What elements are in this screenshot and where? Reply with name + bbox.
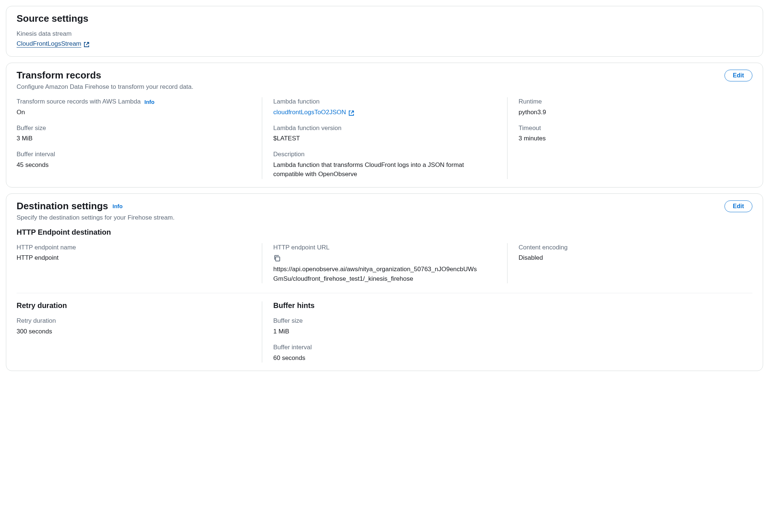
transform-records-description: Configure Amazon Data Firehose to transf…	[17, 83, 193, 91]
kinesis-stream-label: Kinesis data stream	[17, 29, 752, 38]
lambda-fn-link-text: cloudfrontLogsToO2JSON	[273, 108, 346, 117]
retry-col: Retry duration Retry duration 300 second…	[17, 301, 262, 363]
content-encoding-value: Disabled	[519, 253, 741, 263]
kinesis-stream-link-text: CloudFrontLogsStream	[17, 39, 81, 49]
endpoint-url-label: HTTP endpoint URL	[273, 243, 496, 252]
destination-settings-panel: Destination settings Info Specify the de…	[6, 193, 763, 371]
buffer-hints-col: Buffer hints Buffer size 1 MiB Buffer in…	[262, 301, 752, 363]
svg-rect-0	[275, 257, 280, 261]
transform-col-3: Runtime python3.9 Timeout 3 minutes	[507, 97, 752, 179]
endpoint-url-value: https://api.openobserve.ai/aws/nitya_org…	[273, 265, 480, 283]
endpoint-name-value: HTTP endpoint	[17, 253, 251, 263]
lambda-desc-value: Lambda function that transforms CloudFro…	[273, 160, 465, 179]
destination-settings-title: Destination settings Info	[17, 200, 175, 212]
lambda-version-label: Lambda function version	[273, 124, 496, 133]
copy-url-button[interactable]	[273, 255, 281, 262]
divider	[17, 293, 752, 293]
transform-records-panel: Transform records Configure Amazon Data …	[6, 63, 763, 187]
retry-heading: Retry duration	[17, 301, 251, 310]
destination-info-link[interactable]: Info	[112, 203, 123, 209]
destination-col-1: HTTP endpoint name HTTP endpoint	[17, 243, 262, 284]
lambda-toggle-value: On	[17, 108, 251, 117]
lambda-info-link[interactable]: Info	[144, 99, 155, 105]
transform-col-1: Transform source records with AWS Lambda…	[17, 97, 262, 179]
transform-records-header: Transform records Configure Amazon Data …	[17, 70, 752, 91]
content-encoding-label: Content encoding	[519, 243, 741, 252]
hints-buffer-size-label: Buffer size	[273, 316, 741, 325]
source-settings-title: Source settings	[17, 13, 88, 24]
http-endpoint-heading: HTTP Endpoint destination	[17, 228, 752, 237]
source-settings-header: Source settings	[17, 13, 752, 24]
edit-transform-button[interactable]: Edit	[724, 70, 752, 81]
timeout-value: 3 minutes	[519, 134, 741, 143]
runtime-value: python3.9	[519, 108, 741, 117]
retry-duration-label: Retry duration	[17, 316, 251, 325]
kinesis-stream-link[interactable]: CloudFrontLogsStream	[17, 39, 89, 49]
transform-col-2: Lambda function cloudfrontLogsToO2JSON L…	[262, 97, 507, 179]
retry-duration-value: 300 seconds	[17, 327, 251, 336]
buffer-size-label: Buffer size	[17, 124, 251, 133]
buffer-size-value: 3 MiB	[17, 134, 251, 143]
buffer-interval-value: 45 seconds	[17, 160, 251, 170]
hints-buffer-interval-value: 60 seconds	[273, 353, 741, 363]
lambda-desc-label: Description	[273, 150, 496, 159]
buffer-interval-label: Buffer interval	[17, 150, 251, 159]
transform-columns: Transform source records with AWS Lambda…	[17, 97, 752, 179]
destination-row-2: Retry duration Retry duration 300 second…	[17, 301, 752, 363]
lambda-toggle-label: Transform source records with AWS Lambda	[17, 97, 141, 106]
hints-buffer-interval-label: Buffer interval	[273, 343, 741, 352]
runtime-label: Runtime	[519, 97, 741, 106]
destination-settings-title-text: Destination settings	[17, 200, 108, 212]
edit-destination-button[interactable]: Edit	[724, 200, 752, 212]
source-settings-panel: Source settings Kinesis data stream Clou…	[6, 6, 763, 57]
destination-col-3: Content encoding Disabled	[507, 243, 752, 284]
external-link-icon	[84, 41, 89, 47]
external-link-icon	[348, 109, 354, 115]
lambda-version-value: $LATEST	[273, 134, 496, 143]
destination-col-2: HTTP endpoint URL https://api.openobserv…	[262, 243, 507, 284]
destination-settings-header: Destination settings Info Specify the de…	[17, 200, 752, 221]
hints-buffer-size-value: 1 MiB	[273, 327, 741, 336]
timeout-label: Timeout	[519, 124, 741, 133]
lambda-fn-label: Lambda function	[273, 97, 496, 106]
transform-records-title: Transform records	[17, 70, 193, 81]
buffer-hints-heading: Buffer hints	[273, 301, 741, 310]
destination-columns: HTTP endpoint name HTTP endpoint HTTP en…	[17, 243, 752, 284]
lambda-fn-link[interactable]: cloudfrontLogsToO2JSON	[273, 108, 354, 117]
endpoint-name-label: HTTP endpoint name	[17, 243, 251, 252]
destination-settings-description: Specify the destination settings for you…	[17, 214, 175, 221]
